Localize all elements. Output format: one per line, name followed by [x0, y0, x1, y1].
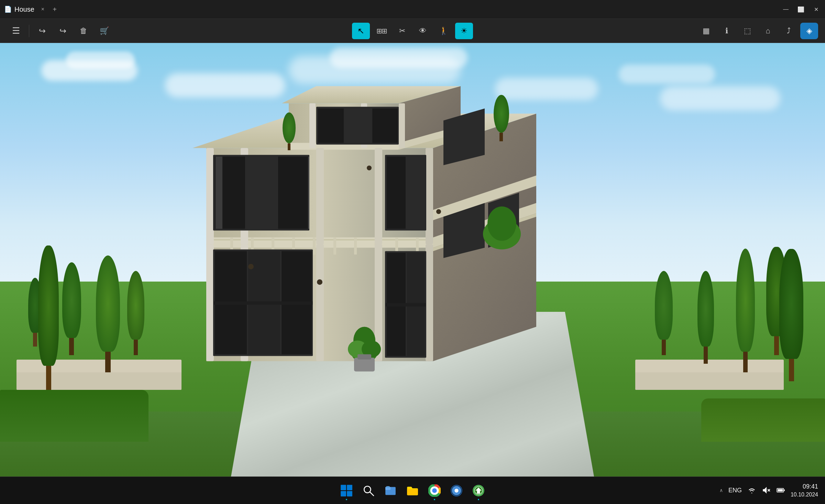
taskbar-time: 09:41 10.10.2024: [791, 482, 818, 499]
win-2f-r1: [387, 156, 406, 229]
side-shrub-top: [487, 206, 516, 241]
windows-button[interactable]: [337, 480, 356, 501]
file-explorer-button[interactable]: [381, 480, 400, 501]
eye-button[interactable]: 👁: [414, 23, 432, 39]
3d-button[interactable]: ◈: [800, 23, 818, 39]
lamp-1: [248, 264, 254, 269]
windows-active-dot: [346, 499, 347, 500]
tree-left-4: [33, 245, 64, 390]
svg-point-13: [454, 489, 458, 492]
win-2f-l3: [278, 156, 308, 229]
win-gf-l2: [248, 251, 280, 302]
win-gf-l1: [215, 251, 247, 302]
right-hedge: [701, 398, 825, 442]
menu-button[interactable]: ☰: [7, 23, 25, 39]
chrome-icon: [428, 484, 441, 497]
col-gf-3: [316, 244, 324, 361]
col-gf-5: [426, 244, 433, 361]
library-button[interactable]: ▦: [697, 23, 715, 39]
house-app-button[interactable]: [469, 480, 488, 501]
viewport[interactable]: [0, 43, 825, 476]
win-gf-r1: [387, 253, 406, 304]
curtain-2f-l1: [216, 156, 222, 229]
tree-left-back: [124, 271, 148, 355]
date-display: 10.10.2024: [791, 491, 818, 498]
redo-button[interactable]: ↪: [54, 23, 72, 39]
layout-button[interactable]: ⬚: [738, 23, 756, 39]
svg-rect-0: [341, 485, 346, 490]
win-gf-r-bar: [386, 303, 426, 306]
folder-button[interactable]: [403, 480, 422, 501]
search-taskbar-button[interactable]: [359, 480, 378, 501]
svg-point-11: [432, 489, 436, 492]
settings-icon: [450, 484, 463, 497]
info-button[interactable]: ℹ: [718, 23, 736, 39]
win-gf-r4: [407, 305, 425, 356]
win-top-3: [372, 108, 398, 143]
cart-button[interactable]: 🛒: [95, 23, 113, 39]
objects-button[interactable]: ⊞⊞: [373, 23, 390, 39]
folder-icon: [406, 484, 419, 497]
col-gf-1: [206, 244, 214, 361]
balcony-post-8: [354, 237, 357, 254]
undo-button[interactable]: ↩: [33, 23, 51, 39]
tree-terrace-left: [280, 112, 298, 150]
lamp-2: [317, 279, 322, 285]
chevron-icon[interactable]: ∧: [719, 487, 723, 493]
scissor-button[interactable]: ✂: [393, 23, 411, 39]
minimize-button[interactable]: —: [782, 6, 789, 13]
svg-rect-21: [778, 489, 783, 492]
curtain-2f-l2: [308, 156, 309, 229]
svg-rect-20: [784, 490, 785, 491]
win-2f-r2: [407, 156, 425, 229]
chrome-button[interactable]: [425, 480, 444, 501]
window-title: House: [14, 6, 34, 13]
mute-icon: [762, 486, 771, 495]
toolbar-center: ↖ ⊞⊞ ✂ 👁 🚶 ☀: [352, 23, 473, 39]
lamp-3: [436, 209, 441, 214]
win-gf-l6: [282, 303, 312, 354]
pot-rim: [358, 354, 371, 359]
tab-add-button[interactable]: +: [53, 6, 57, 13]
tree-right-4: [774, 249, 808, 381]
win-gf-r3: [387, 305, 406, 356]
app-active-dot: [478, 499, 479, 500]
floorplan-button[interactable]: ⌂: [759, 23, 777, 39]
top-col-3: [399, 103, 405, 148]
file-explorer-icon: [385, 485, 396, 496]
doc-icon: 📄: [4, 6, 12, 13]
pot: [354, 358, 375, 371]
house-svg: [124, 65, 701, 455]
tab-close-button[interactable]: ×: [41, 6, 44, 12]
chrome-active-dot: [434, 499, 435, 500]
wifi-icon: [747, 486, 756, 495]
search-icon: [363, 485, 374, 496]
person-button[interactable]: 🚶: [434, 23, 452, 39]
svg-rect-1: [347, 485, 352, 490]
svg-rect-3: [347, 491, 352, 496]
top-col-1: [309, 103, 316, 148]
win-gf-l3: [282, 251, 312, 302]
col-center-2: [375, 148, 382, 244]
settings-button[interactable]: [447, 480, 466, 501]
svg-rect-2: [341, 491, 346, 496]
battery-icon: [776, 486, 785, 495]
win-gf-l4: [215, 303, 247, 354]
lang-label: ENG: [728, 487, 742, 494]
lamp-4: [367, 165, 372, 170]
title-bar-left: 📄 House × +: [4, 6, 57, 13]
tree-left-3: [91, 255, 125, 372]
toolbar: ☰ ↩ ↪ 🗑 🛒 ↖ ⊞⊞ ✂ 👁 🚶 ☀ ▦ ℹ ⬚ ⌂ ⤴ ◈: [0, 19, 825, 43]
toolbar-sep-1: [29, 25, 29, 37]
col-center-1: [316, 148, 324, 244]
house-app-icon: [472, 484, 485, 497]
export-button[interactable]: ⤴: [780, 23, 798, 39]
svg-line-5: [370, 492, 374, 496]
select-tool-button[interactable]: ↖: [352, 23, 370, 39]
maximize-button[interactable]: ⬜: [798, 6, 804, 13]
sun-button[interactable]: ☀: [455, 23, 473, 39]
close-button[interactable]: ✕: [813, 6, 820, 13]
delete-button[interactable]: 🗑: [75, 23, 92, 39]
toolbar-right: ▦ ℹ ⬚ ⌂ ⤴ ◈: [697, 23, 818, 39]
svg-rect-8: [386, 486, 390, 488]
